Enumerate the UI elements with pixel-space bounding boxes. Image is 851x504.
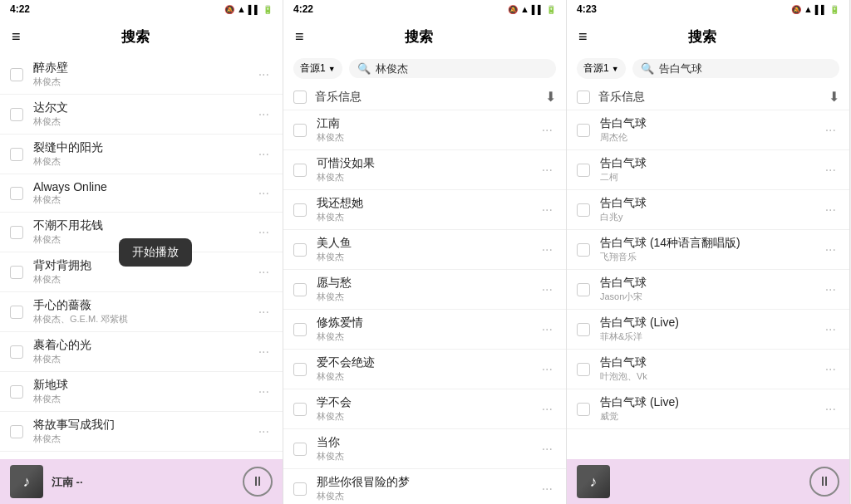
song-checkbox[interactable]: [293, 403, 307, 416]
more-menu-icon[interactable]: ···: [255, 183, 273, 204]
more-menu-icon[interactable]: ···: [539, 319, 556, 340]
song-checkbox[interactable]: [577, 283, 590, 296]
more-menu-icon[interactable]: ···: [255, 144, 273, 165]
list-item[interactable]: 修炼爱情 林俊杰 ···: [283, 310, 566, 349]
search-input[interactable]: [659, 62, 831, 75]
list-item[interactable]: 告白气球 Jason小宋 ···: [567, 270, 849, 309]
song-checkbox[interactable]: [577, 164, 590, 177]
pause-button[interactable]: ⏸: [809, 467, 839, 497]
list-item[interactable]: 新地球 林俊杰 ···: [0, 372, 283, 411]
more-menu-icon[interactable]: ···: [539, 159, 556, 181]
list-item[interactable]: 告白气球 叶泡泡、Vk ···: [567, 350, 849, 389]
list-item[interactable]: 告白气球 (Live) 威觉 ···: [567, 389, 849, 428]
song-checkbox[interactable]: [10, 148, 23, 161]
more-menu-icon[interactable]: ···: [255, 301, 273, 323]
more-menu-icon[interactable]: ···: [822, 199, 839, 221]
song-checkbox[interactable]: [10, 187, 23, 200]
menu-icon[interactable]: ≡: [295, 28, 304, 46]
more-menu-icon[interactable]: ···: [539, 120, 556, 141]
song-checkbox[interactable]: [577, 124, 590, 137]
list-item[interactable]: 可惜没如果 林俊杰 ···: [283, 150, 566, 189]
search-input[interactable]: [376, 62, 548, 75]
more-menu-icon[interactable]: ···: [255, 381, 273, 403]
song-checkbox[interactable]: [10, 226, 23, 239]
list-item[interactable]: 告白气球 (14种语言翻唱版) 飞翔音乐 ···: [567, 230, 849, 269]
list-item[interactable]: 达尔文 林俊杰 ···: [0, 95, 283, 134]
more-menu-icon[interactable]: ···: [255, 421, 273, 443]
song-checkbox[interactable]: [10, 385, 23, 399]
source-select[interactable]: 音源1 ▼: [577, 58, 626, 79]
song-checkbox[interactable]: [293, 164, 307, 177]
download-icon[interactable]: ⬇: [545, 89, 556, 105]
song-checkbox[interactable]: [293, 482, 307, 496]
song-title: 告白气球: [600, 156, 822, 171]
more-menu-icon[interactable]: ···: [539, 279, 556, 301]
song-checkbox[interactable]: [10, 306, 23, 319]
song-checkbox[interactable]: [577, 403, 590, 416]
list-item[interactable]: 裂缝中的阳光 林俊杰 ···: [0, 135, 283, 174]
more-menu-icon[interactable]: ···: [822, 359, 839, 380]
list-item[interactable]: 告白气球 二柯 ···: [567, 150, 849, 189]
more-menu-icon[interactable]: ···: [822, 319, 839, 340]
more-menu-icon[interactable]: ···: [539, 199, 556, 221]
song-checkbox[interactable]: [293, 124, 307, 137]
song-checkbox[interactable]: [10, 68, 23, 81]
song-checkbox[interactable]: [293, 243, 307, 257]
song-checkbox[interactable]: [293, 443, 307, 456]
list-item[interactable]: 我还想她 林俊杰 ···: [283, 190, 566, 229]
more-menu-icon[interactable]: ···: [255, 104, 273, 125]
song-checkbox[interactable]: [293, 363, 307, 376]
list-item[interactable]: 告白气球 (Live) 菲林&乐洋 ···: [567, 310, 849, 349]
list-item[interactable]: 愿与愁 林俊杰 ···: [283, 270, 566, 309]
song-checkbox[interactable]: [577, 243, 590, 257]
list-item[interactable]: 手心的薔薇 林俊杰、G.E.M. 邓紫棋 ···: [0, 292, 283, 331]
song-checkbox[interactable]: [293, 283, 307, 296]
song-checkbox[interactable]: [293, 323, 307, 336]
source-select[interactable]: 音源1 ▼: [293, 58, 342, 79]
download-icon[interactable]: ⬇: [829, 89, 839, 105]
more-menu-icon[interactable]: ···: [822, 279, 839, 301]
more-menu-icon[interactable]: ···: [255, 341, 273, 363]
list-item[interactable]: 江南 林俊杰 ···: [283, 110, 566, 149]
list-item[interactable]: 告白气球 白兆y ···: [567, 190, 849, 229]
list-item[interactable]: 那些你很冒险的梦 林俊杰 ···: [283, 469, 566, 504]
list-item[interactable]: 醉赤壁 林俊杰 ···: [0, 55, 283, 94]
more-menu-icon[interactable]: ···: [539, 399, 556, 420]
song-checkbox[interactable]: [10, 425, 23, 438]
menu-icon[interactable]: ≡: [578, 28, 588, 46]
list-item[interactable]: 将故事写成我们 林俊杰 ···: [0, 412, 283, 451]
more-menu-icon[interactable]: ···: [539, 359, 556, 380]
list-item[interactable]: 美人鱼 林俊杰 ···: [283, 230, 566, 269]
list-item[interactable]: Always Online 林俊杰 ···: [0, 174, 283, 212]
song-info: 手心的薔薇 林俊杰、G.E.M. 邓紫棋: [32, 298, 255, 325]
list-item[interactable]: 当你 林俊杰 ···: [283, 429, 566, 468]
more-menu-icon[interactable]: ···: [822, 239, 839, 261]
song-checkbox[interactable]: [10, 108, 23, 121]
list-item[interactable]: 裹着心的光 林俊杰 ···: [0, 332, 283, 371]
more-menu-icon[interactable]: ···: [255, 222, 273, 243]
status-time: 4:22: [293, 3, 313, 15]
more-menu-icon[interactable]: ···: [822, 159, 839, 181]
song-checkbox[interactable]: [10, 345, 23, 359]
list-item[interactable]: 告白气球 周杰伦 ···: [567, 110, 849, 149]
list-item[interactable]: 爱不会绝迹 林俊杰 ···: [283, 350, 566, 389]
more-menu-icon[interactable]: ···: [539, 239, 556, 261]
more-menu-icon[interactable]: ···: [822, 399, 839, 420]
song-checkbox[interactable]: [577, 203, 590, 217]
more-menu-icon[interactable]: ···: [255, 64, 273, 86]
list-item[interactable]: 学不会 林俊杰 ···: [283, 389, 566, 428]
more-menu-icon[interactable]: ···: [822, 120, 839, 141]
music-info-checkbox[interactable]: [293, 91, 307, 104]
song-checkbox[interactable]: [577, 323, 590, 336]
menu-icon[interactable]: ≡: [12, 28, 21, 46]
pause-button[interactable]: ⏸: [243, 467, 273, 497]
page-title: 搜索: [304, 27, 534, 46]
play-tooltip[interactable]: 开始播放: [119, 238, 192, 267]
more-menu-icon[interactable]: ···: [255, 262, 273, 283]
song-checkbox[interactable]: [577, 363, 590, 376]
more-menu-icon[interactable]: ···: [539, 478, 556, 500]
more-menu-icon[interactable]: ···: [539, 438, 556, 460]
song-checkbox[interactable]: [293, 203, 307, 217]
song-checkbox[interactable]: [10, 266, 23, 279]
music-info-checkbox[interactable]: [577, 91, 590, 104]
